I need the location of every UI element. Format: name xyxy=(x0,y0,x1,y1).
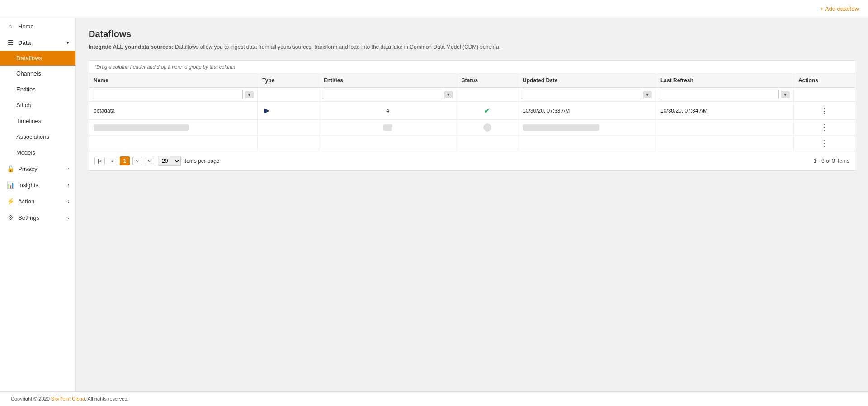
action-icon: ⚡ xyxy=(6,198,14,205)
cell-updated-3 xyxy=(518,136,656,151)
cell-entities-1: 4 xyxy=(319,102,457,120)
page-description: Integrate ALL your data sources: Dataflo… xyxy=(89,43,855,51)
filter-cell-name: ▼ xyxy=(89,88,258,102)
sidebar-insights-label: Insights xyxy=(18,182,38,189)
layout: ⌂ Home ☰ Data ▾ Dataflows Channels Entit… xyxy=(0,18,868,391)
filter-input-updated[interactable] xyxy=(522,90,641,99)
cell-name-1: betadata xyxy=(89,102,258,120)
row-actions-button-3[interactable]: ⋮ xyxy=(817,138,831,148)
cell-refresh-1: 10/30/20, 07:34 AM xyxy=(656,102,794,120)
page-title: Dataflows xyxy=(89,29,855,39)
topbar: + Add dataflow xyxy=(0,0,868,18)
chevron-down-icon: ▾ xyxy=(66,40,69,46)
filter-button-updated[interactable]: ▼ xyxy=(643,91,652,98)
filter-input-name[interactable] xyxy=(93,90,243,99)
col-header-refresh[interactable]: Last Refresh xyxy=(656,74,794,88)
gear-icon: ⚙ xyxy=(6,214,14,221)
table-card: *Drag a column header and drop it here t… xyxy=(89,60,855,171)
filter-cell-refresh: ▼ xyxy=(656,88,794,102)
sidebar-associations-label: Associations xyxy=(6,133,49,140)
lock-icon: 🔒 xyxy=(6,165,14,172)
sidebar-stitch-label: Stitch xyxy=(6,102,31,109)
sidebar: ⌂ Home ☰ Data ▾ Dataflows Channels Entit… xyxy=(0,18,76,391)
sidebar-item-stitch[interactable]: Stitch xyxy=(0,97,75,113)
per-page-select[interactable]: 20 50 100 xyxy=(158,156,181,166)
footer: Copyright © 2020 SkyPoint Cloud. All rig… xyxy=(0,391,868,406)
data-table: Name Type Entities Status Updated Date L… xyxy=(89,74,855,151)
play-icon: ► xyxy=(262,105,271,115)
sidebar-item-entities[interactable]: Entities xyxy=(0,81,75,97)
filter-input-refresh[interactable] xyxy=(660,90,779,99)
col-header-entities[interactable]: Entities xyxy=(319,74,457,88)
filter-cell-updated: ▼ xyxy=(518,88,656,102)
sidebar-item-dataflows[interactable]: Dataflows xyxy=(0,51,75,66)
items-per-page-label: items per page xyxy=(184,158,219,164)
first-page-button[interactable]: |< xyxy=(94,157,105,165)
page-desc-bold: Integrate ALL your data sources: xyxy=(89,44,173,50)
sidebar-item-associations[interactable]: Associations xyxy=(0,129,75,145)
row-actions-button-2[interactable]: ⋮ xyxy=(817,123,831,132)
next-page-button[interactable]: > xyxy=(132,157,142,165)
add-dataflow-button[interactable]: + Add dataflow xyxy=(820,5,859,12)
sidebar-home-label: Home xyxy=(18,23,34,30)
current-page[interactable]: 1 xyxy=(120,156,130,165)
sidebar-item-action[interactable]: ⚡ Action ‹ xyxy=(0,193,75,209)
home-icon: ⌂ xyxy=(6,23,14,30)
cell-refresh-3 xyxy=(656,136,794,151)
filter-input-entities[interactable] xyxy=(323,90,442,99)
filter-button-entities[interactable]: ▼ xyxy=(444,91,453,98)
col-header-status[interactable]: Status xyxy=(457,74,518,88)
chevron-left-icon4: ‹ xyxy=(67,215,69,220)
insights-icon: 📊 xyxy=(6,181,14,189)
sidebar-settings-label: Settings xyxy=(18,214,39,221)
sidebar-action-label: Action xyxy=(18,198,34,205)
col-header-name[interactable]: Name xyxy=(89,74,258,88)
cell-type-1: ► xyxy=(258,102,319,120)
filter-cell-status xyxy=(457,88,518,102)
sidebar-item-channels[interactable]: Channels xyxy=(0,66,75,81)
footer-brand-link[interactable]: SkyPoint Cloud xyxy=(51,396,85,401)
cell-name-2 xyxy=(89,120,258,136)
cell-actions-1: ⋮ xyxy=(793,102,855,120)
main-content: Dataflows Integrate ALL your data source… xyxy=(76,18,868,391)
last-page-button[interactable]: >| xyxy=(145,157,155,165)
col-header-updated[interactable]: Updated Date xyxy=(518,74,656,88)
cell-status-1: ✔ xyxy=(457,102,518,120)
prev-page-button[interactable]: < xyxy=(108,157,117,165)
sidebar-entities-label: Entities xyxy=(6,86,36,93)
cell-updated-2 xyxy=(518,120,656,136)
chevron-left-icon3: ‹ xyxy=(67,198,69,204)
table-header-row: Name Type Entities Status Updated Date L… xyxy=(89,74,855,88)
sidebar-models-label: Models xyxy=(6,149,35,156)
sidebar-timelines-label: Timelines xyxy=(6,118,41,124)
cell-name-3 xyxy=(89,136,258,151)
pagination-info: 1 - 3 of 3 items xyxy=(814,158,849,164)
chevron-left-icon2: ‹ xyxy=(67,182,69,188)
filter-row: ▼ ▼ xyxy=(89,88,855,102)
filter-button-name[interactable]: ▼ xyxy=(245,91,254,98)
filter-button-refresh[interactable]: ▼ xyxy=(781,91,790,98)
row-actions-button-1[interactable]: ⋮ xyxy=(817,106,831,116)
sidebar-data-label: Data xyxy=(18,39,31,46)
sidebar-item-home[interactable]: ⌂ Home xyxy=(0,18,75,34)
col-header-type[interactable]: Type xyxy=(258,74,319,88)
cell-type-2 xyxy=(258,120,319,136)
cell-entities-3 xyxy=(319,136,457,151)
sidebar-item-privacy[interactable]: 🔒 Privacy ‹ xyxy=(0,161,75,177)
drag-hint: *Drag a column header and drop it here t… xyxy=(89,61,855,74)
footer-rights: . All rights reserved. xyxy=(85,396,129,401)
cell-type-3 xyxy=(258,136,319,151)
chevron-left-icon: ‹ xyxy=(67,166,69,171)
footer-copyright: Copyright © 2020 xyxy=(11,396,51,401)
filter-cell-type xyxy=(258,88,319,102)
sidebar-item-timelines[interactable]: Timelines xyxy=(0,113,75,129)
pagination-bar: |< < 1 > >| 20 50 100 items per page 1 -… xyxy=(89,151,855,170)
sidebar-item-data[interactable]: ☰ Data ▾ xyxy=(0,34,75,51)
sidebar-item-settings[interactable]: ⚙ Settings ‹ xyxy=(0,209,75,226)
cell-updated-1: 10/30/20, 07:33 AM xyxy=(518,102,656,120)
table-row: ⋮ xyxy=(89,136,855,151)
cell-actions-2: ⋮ xyxy=(793,120,855,136)
filter-cell-entities: ▼ xyxy=(319,88,457,102)
sidebar-item-insights[interactable]: 📊 Insights ‹ xyxy=(0,177,75,193)
sidebar-item-models[interactable]: Models xyxy=(0,145,75,161)
